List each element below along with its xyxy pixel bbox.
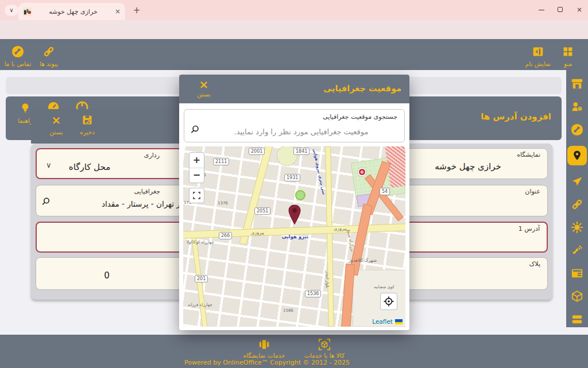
close-x-icon: ×	[192, 78, 216, 91]
links-button[interactable]: پیوند ها	[32, 45, 65, 67]
modal-header: موقعیت جغرافیایی × بستن	[179, 75, 409, 103]
link-icon[interactable]	[570, 197, 584, 211]
locate-button[interactable]	[380, 293, 397, 310]
map-pin-marker[interactable]	[287, 204, 302, 225]
modal-title: موقعیت جغرافیایی	[323, 84, 401, 93]
usage-select-value: محل کارگاه	[37, 162, 142, 172]
exhibition-icon	[233, 338, 296, 351]
sidebar-collapse-icon	[521, 45, 555, 59]
exhibition-services-button[interactable]: خدمات نمایشگاه	[233, 338, 296, 359]
save-button[interactable]: ذخیره	[72, 113, 102, 135]
ukraine-flag-icon	[395, 319, 403, 324]
card-view-icon[interactable]	[570, 266, 584, 280]
street-badge: 266	[219, 232, 232, 239]
page-title: افزودن آدرس ها	[481, 111, 551, 122]
show-name-button[interactable]: نمایش نام	[521, 45, 555, 67]
tab-title: خرازی چهل خوشه	[35, 8, 111, 16]
street-badge: 2001	[249, 148, 265, 155]
geo-location-modal: موقعیت جغرافیایی × بستن جستجوی موقعیت جغ…	[179, 75, 409, 330]
new-tab-button[interactable]: +	[131, 5, 142, 16]
window-close-button[interactable]: ×	[572, 5, 587, 15]
map-label: چهارراه فرزانه	[188, 303, 212, 307]
map-label: پیروزی	[251, 230, 264, 235]
window-minimize-button[interactable]	[534, 5, 549, 15]
zoom-control: + −	[189, 152, 204, 183]
search-icon	[41, 197, 51, 206]
street-badge: 2051	[254, 207, 270, 215]
street-badge: 1931	[284, 174, 300, 181]
screen: ∨ خرازی چهل خوشه × + × ← → ↻ 40khoushe.h…	[0, 0, 588, 368]
phone-icon[interactable]	[570, 123, 584, 137]
package-scan-icon	[293, 338, 356, 351]
modal-close-button[interactable]: × بستن	[192, 78, 216, 98]
sun-icon[interactable]	[570, 220, 584, 234]
hospital-marker[interactable]: +	[358, 168, 366, 176]
search-icon	[190, 125, 200, 134]
street-badge: 1536	[305, 290, 321, 297]
site-footer: کالا ها یا خدمات خدمات نمایشگاه Powered …	[0, 335, 588, 368]
address1-field-label: آدرس 1	[519, 225, 540, 233]
street-badge: 2111	[213, 158, 229, 165]
goods-services-button[interactable]: کالا ها یا خدمات	[293, 338, 356, 359]
plaque-field-label: پلاک	[529, 260, 540, 268]
location-pin-icon[interactable]	[567, 146, 587, 165]
zoom-out-button[interactable]: −	[189, 168, 204, 183]
map-label: نیرو هوایی	[282, 234, 308, 239]
close-button[interactable]: × بستن	[41, 113, 71, 135]
browser-toolbar: ← → ↻ 40khoushe.hamsayab.com/ECS/Market/…	[0, 20, 588, 39]
map-label: شهرک کلاهدوز	[349, 258, 377, 263]
storefront-icon[interactable]	[570, 77, 584, 91]
street-badge: 54	[380, 188, 390, 195]
contact-us-button[interactable]: تماس با ما	[1, 45, 34, 67]
fullscreen-button[interactable]	[189, 188, 204, 203]
site-navbar: منو نمایش نام	[0, 39, 588, 70]
save-floppy-icon	[72, 113, 102, 127]
window-maximize-button[interactable]	[552, 5, 567, 15]
market-field-label: نمایشگاه	[517, 151, 540, 158]
phone-icon	[1, 45, 34, 59]
menu-grid-icon	[551, 45, 585, 59]
map-label: 1566	[283, 308, 293, 313]
map-label: بلوار ابوذر	[325, 271, 330, 288]
street-badge: 1841	[293, 148, 310, 155]
map-label: کوی شعبانیه	[374, 285, 394, 289]
close-x-icon: ×	[41, 113, 71, 127]
copyright-text: Powered by OnlineOffice™ Copyright © 201…	[178, 359, 356, 366]
send-icon[interactable]	[570, 175, 584, 188]
menu-button[interactable]: منو	[551, 45, 585, 67]
market-field-value: خرازی چهل خوشه	[389, 161, 547, 172]
fullscreen-icon	[193, 192, 200, 199]
title-field-label: عنوان	[525, 188, 540, 195]
leaflet-link[interactable]: Leaflet	[372, 318, 393, 325]
list-bars-icon[interactable]	[570, 312, 584, 326]
link-icon	[32, 45, 65, 59]
geo-search-input[interactable]	[202, 123, 401, 140]
contact-card-icon[interactable]	[570, 100, 584, 114]
leaflet-map[interactable]: + 2001 1841 2111 1931 2051 266 201 1536 …	[183, 146, 405, 327]
tab-close-icon[interactable]: ×	[115, 7, 121, 16]
usage-select-label: رداری	[144, 152, 160, 159]
call-signal-icon[interactable]	[570, 243, 584, 257]
geo-search-label: جستجوی موقعیت جغرافیایی	[323, 113, 397, 121]
locate-icon	[384, 296, 394, 307]
map-label: سی متری نیروی هوایی	[312, 148, 326, 195]
browser-tab[interactable]: خرازی چهل خوشه ×	[18, 3, 125, 20]
street-badge: 201	[195, 275, 208, 282]
browser-tab-strip: ∨ خرازی چهل خوشه × + ×	[0, 0, 588, 20]
chevron-down-icon: ∨	[9, 7, 13, 13]
favicon	[23, 7, 32, 16]
geo-field-label: جغرافیایی	[134, 188, 160, 195]
side-nav	[566, 70, 588, 327]
package-icon[interactable]	[570, 289, 584, 303]
roundabout-green	[295, 190, 305, 200]
road-abuzar	[325, 146, 334, 327]
map-label: چهارراه کوکاکولا	[187, 240, 214, 245]
geo-search-box: جستجوی موقعیت جغرافیایی	[184, 109, 405, 142]
map-label: پیروزی	[334, 226, 347, 231]
map-label: 1376	[218, 201, 228, 206]
map-attribution[interactable]: Leaflet	[372, 318, 403, 325]
tab-search-button[interactable]: ∨	[5, 5, 18, 16]
plaque-field-value: 0	[36, 270, 177, 281]
zoom-in-button[interactable]: +	[189, 153, 204, 168]
